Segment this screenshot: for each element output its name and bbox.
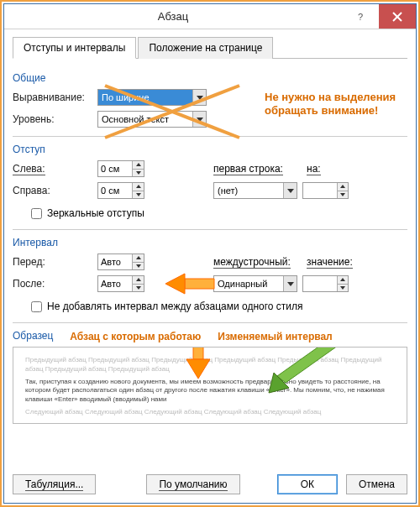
indent-right-label: Справа: <box>13 185 92 196</box>
preview-box: Предыдущий абзац Предыдущий абзац Предыд… <box>13 347 407 424</box>
outline-label: Уровень: <box>13 113 92 125</box>
spacing-before-label: Перед: <box>13 256 92 268</box>
first-line-combo[interactable]: (нет) <box>213 182 297 199</box>
defaults-button[interactable]: По умолчанию <box>146 474 239 494</box>
indent-by-label: на: <box>307 163 332 175</box>
ok-button[interactable]: ОК <box>277 474 338 494</box>
annotation-changing-interval: Изменяемый интервал <box>218 331 332 343</box>
svg-marker-3 <box>197 96 203 100</box>
first-line-label: первая строка: <box>213 163 302 175</box>
alignment-combo[interactable]: По ширине <box>97 89 207 106</box>
svg-marker-16 <box>136 278 141 281</box>
spacing-at-label: значение: <box>307 256 353 268</box>
svg-marker-18 <box>287 282 294 286</box>
titlebar: Абзац ? <box>4 4 416 29</box>
annotation-general-note: Не нужно на выделения обращать внимание! <box>265 89 407 133</box>
chevron-down-icon[interactable] <box>192 90 206 105</box>
spin-up-icon[interactable] <box>133 161 144 170</box>
tabs-button[interactable]: Табуляция... <box>13 474 96 494</box>
nospace-same-style-checkbox[interactable] <box>31 301 42 312</box>
alignment-label: Выравнивание: <box>13 91 92 103</box>
section-general: Общие <box>13 72 407 84</box>
tab-strip: Отступы и интервалы Положение на страниц… <box>13 36 407 59</box>
svg-marker-10 <box>136 193 141 196</box>
indent-by-spin[interactable] <box>302 182 349 199</box>
indent-left-spin[interactable] <box>97 160 144 177</box>
svg-marker-19 <box>340 278 345 281</box>
svg-marker-22 <box>165 274 185 294</box>
svg-marker-21 <box>185 279 214 289</box>
svg-text:?: ? <box>358 12 363 22</box>
indent-right-spin[interactable] <box>97 182 144 199</box>
line-spacing-combo[interactable]: Одинарный <box>213 275 297 292</box>
section-indent: Отступ <box>13 144 407 155</box>
tab-position[interactable]: Положение на странице <box>138 37 273 59</box>
spacing-after-spin[interactable] <box>97 275 144 292</box>
close-button[interactable] <box>379 4 416 29</box>
svg-marker-8 <box>136 171 141 175</box>
svg-marker-15 <box>136 264 141 268</box>
chevron-down-icon[interactable] <box>192 112 206 127</box>
section-spacing: Интервал <box>13 237 407 248</box>
mirror-indents-label: Зеркальные отступы <box>47 207 144 219</box>
svg-marker-12 <box>340 185 345 188</box>
mirror-indents-checkbox[interactable] <box>31 208 42 219</box>
svg-marker-14 <box>136 256 141 259</box>
svg-marker-4 <box>197 118 203 122</box>
button-bar: Табуляция... По умолчанию ОК Отмена <box>4 468 416 503</box>
svg-marker-17 <box>136 286 141 290</box>
chevron-down-icon[interactable] <box>283 276 297 291</box>
paragraph-dialog: Абзац ? Отступы и интервалы Положение на… <box>3 3 417 504</box>
help-button[interactable]: ? <box>342 4 379 29</box>
spacing-after-label: После: <box>13 278 92 290</box>
cancel-button[interactable]: Отмена <box>346 474 407 494</box>
svg-marker-20 <box>340 286 345 290</box>
outline-combo[interactable]: Основной текст <box>97 111 207 128</box>
tab-indents[interactable]: Отступы и интервалы <box>13 37 136 59</box>
svg-marker-11 <box>287 189 294 193</box>
section-preview: Образец <box>13 330 53 342</box>
svg-marker-13 <box>340 193 345 196</box>
spacing-at-spin[interactable] <box>302 275 349 292</box>
nospace-same-style-label: Не добавлять интервал между абзацами одн… <box>47 301 303 312</box>
spacing-before-spin[interactable] <box>97 254 144 270</box>
svg-marker-7 <box>136 163 141 166</box>
window-title: Абзац <box>4 10 342 23</box>
spin-down-icon[interactable] <box>133 170 144 177</box>
annotation-current-paragraph: Абзац с которым работаю <box>70 332 201 343</box>
chevron-down-icon[interactable] <box>283 183 297 198</box>
indent-left-label: Слева: <box>13 163 92 175</box>
line-spacing-label: междустрочный: <box>213 256 302 268</box>
svg-marker-9 <box>136 185 141 188</box>
